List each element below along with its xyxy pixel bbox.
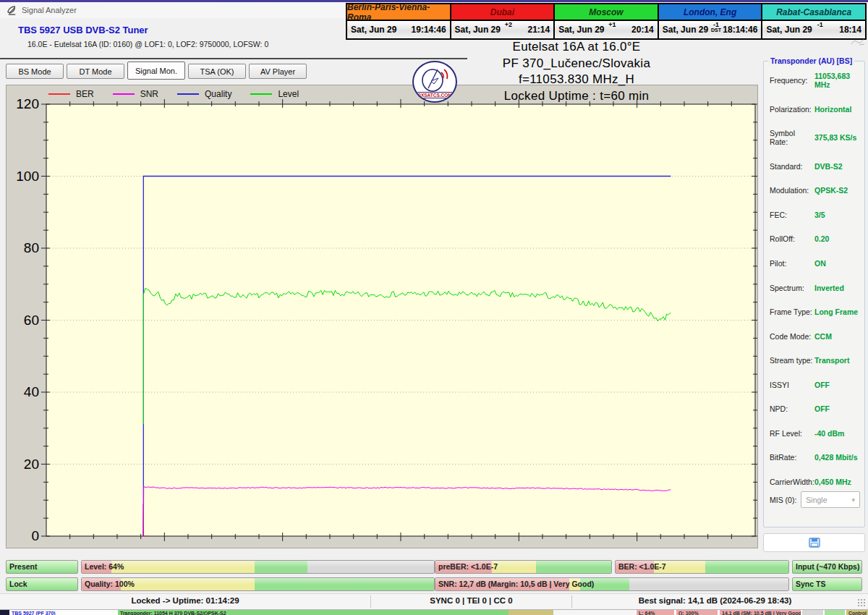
clock-time: 19:14:46 [412, 25, 446, 35]
meter-segment-yellow [492, 561, 536, 573]
signal-analyzer-window: Signal Analyzer TBS 5927 USB DVB-S2 Tune… [0, 0, 868, 615]
clock-city-label: Rabat-Casablanca [762, 4, 865, 21]
clock-date: Sat, Jun 29 [663, 25, 708, 35]
clock-city-label: London, Eng [659, 4, 762, 21]
transponder-row-value: 0.20 [814, 234, 829, 243]
satellite-dish-icon [7, 5, 17, 16]
tuner-name: TBS 5927 USB DVB-S2 Tuner [18, 25, 148, 35]
status-meter-label: Lock [9, 580, 27, 588]
background-window-fragment: Transponder: 11054 H 370 DVB-S2/QPSK-S2 [118, 610, 509, 615]
ber-meter: BER: <1.0E-7 [615, 560, 789, 574]
satellite-header: Eutelsat 16A at 16.0°E PF 370_Lučenec/Sl… [457, 39, 696, 104]
transponder-row: FEC: 3/5 [770, 211, 861, 219]
resize-grip[interactable] [857, 598, 867, 608]
tab-tsa-ok[interactable]: TSA (OK) [188, 64, 246, 79]
transponder-row: CarrierWidth: 0,450 MHz [770, 478, 861, 486]
background-window-fragment [509, 610, 553, 615]
mis-selected-value: Single [806, 496, 827, 504]
clock-city-label: Dubai [451, 4, 554, 21]
statusbar-sync-counters: SYNC 0 | TEI 0 | CC 0 [371, 596, 571, 605]
present-indicator: Present [6, 560, 78, 574]
watermark-icon [851, 36, 865, 46]
status-meter-label: BER: <1.0E-7 [618, 562, 666, 571]
transponder-row-value: Horizontal [814, 105, 851, 114]
world-clock-cell: London, Eng Sat, Jun 29 -1DST 18:14:46 [659, 4, 763, 38]
input-indicator: Input (~470 Kbps) [792, 560, 862, 574]
preber-meter: preBER: <1.0E-7 [435, 560, 612, 574]
transponder-row-value: 11053,683 MHz [814, 72, 861, 89]
transponder-row-label: Code Mode: [770, 332, 814, 341]
background-window-fragment: 14,1 dB (SM: 10,5 dB | Very Good) [720, 610, 801, 615]
transponder-row-label: ISSYI [770, 381, 814, 389]
meter-segment-green [705, 561, 788, 573]
mis-select[interactable]: Single ▾ [801, 491, 860, 508]
transponder-row-value: -40 dBm [814, 429, 844, 438]
meter-segment-green [536, 561, 611, 573]
background-window-sliver: TBS 5927 (PF 370)Transponder: 11054 H 37… [0, 609, 868, 615]
tab-av-player[interactable]: AV Player [249, 64, 307, 79]
meter-segment-gray [629, 578, 788, 590]
statusbar-best-signal: Best signal: 14,1 dB (2024-06-29 18:43) [572, 596, 858, 605]
clock-date: Sat, Jun 29 [766, 25, 812, 35]
world-clock-cell: Moscow Sat, Jun 29 +1 20:14 [555, 4, 659, 38]
tab-signal-mon[interactable]: Signal Mon. [127, 62, 185, 80]
frequency-line: f=11053.830 MHz_H [457, 72, 696, 88]
transponder-row-label: Frame Type: [770, 308, 814, 316]
transponder-row-value: CCM [814, 332, 832, 341]
transponder-row-label: Symbol Rate: [770, 129, 814, 146]
clock-date: Sat, Jun 29 [351, 25, 396, 35]
status-meter-label: Quality: 100% [85, 580, 135, 588]
world-clock-cell: Dubai Sat, Jun 29 +2 21:14 [451, 4, 556, 38]
world-clock-cell: Berlin-Paris-Vienna-Roma Sat, Jun 29 19:… [347, 4, 451, 38]
transponder-row-value: Inverted [814, 284, 844, 292]
transponder-row: Spectrum: Inverted [770, 284, 861, 292]
status-meter-label: Input (~470 Kbps) [796, 562, 859, 571]
clock-time: 18:14:46 [723, 25, 757, 35]
transponder-row-label: RollOff: [770, 234, 814, 243]
dxsatcs-logo: DXSATCS.COM [412, 61, 457, 103]
transponder-panel-title: Transponder (AU) [BS] [768, 56, 854, 65]
transponder-row-value: Transport [814, 356, 849, 365]
clock-utc-offset: -1DST [711, 22, 721, 33]
transponder-row-value: ON [814, 259, 826, 268]
snr-meter: SNR: 12,7 dB (Margin: 10,5 dB | Very Goo… [435, 577, 789, 591]
status-meter-label: Present [9, 562, 38, 571]
lock-indicator: Lock [6, 577, 78, 591]
background-window-fragment: Control [846, 610, 868, 615]
transponder-row-label: CarrierWidth: [770, 478, 814, 486]
tab-bs-mode[interactable]: BS Mode [6, 64, 64, 79]
transponder-row: NPD: OFF [770, 404, 861, 413]
transponder-row: Standard: DVB-S2 [770, 162, 861, 171]
transponder-row-label: NPD: [770, 404, 814, 413]
clock-utc-offset: +2 [505, 22, 512, 27]
clock-utc-offset: +1 [608, 22, 616, 27]
save-button[interactable] [763, 533, 865, 552]
background-window-fragment [825, 610, 845, 615]
transponder-row-value: QPSK-S2 [814, 186, 848, 195]
tab-dt-mode[interactable]: DT Mode [67, 64, 124, 79]
transponder-row: ISSYI OFF [770, 381, 861, 389]
transponder-row-label: BitRate: [770, 453, 814, 462]
meter-segment-yellow [111, 561, 254, 573]
transponder-row-label: FEC: [770, 211, 814, 219]
status-meter-label: Level: 64% [85, 562, 124, 571]
meter-segment-green [255, 578, 434, 590]
satellite-position-line: Eutelsat 16A at 16.0°E [457, 39, 696, 56]
status-meter-label: preBER: <1.0E-7 [438, 562, 498, 571]
transponder-row-value: OFF [814, 381, 830, 389]
transponder-panel: Transponder (AU) [BS] Frequency: 11053,6… [763, 61, 865, 527]
transponder-row-value: Long Frame [814, 308, 858, 316]
transponder-row-value: 375,83 KS/s [814, 133, 856, 142]
status-meter-label: SNR: 12,7 dB (Margin: 10,5 dB | Very Goo… [438, 580, 594, 588]
tuner-info: 16.0E - Eutelsat 16A (ID: 0160) @ LOF1: … [27, 40, 268, 48]
clock-city-label: Berlin-Paris-Vienna-Roma [347, 4, 450, 21]
statusbar: Locked -> Uptime: 01:14:29 SYNC 0 | TEI … [0, 593, 868, 610]
transponder-row-value: 0,428 Mbit/s [814, 453, 858, 462]
clock-date: Sat, Jun 29 [558, 25, 604, 35]
transponder-row-label: Pilot: [770, 259, 814, 268]
clock-date: Sat, Jun 29 [455, 25, 501, 35]
meter-segment-gray [307, 561, 434, 573]
statusbar-uptime: Locked -> Uptime: 01:14:29 [0, 596, 370, 605]
clock-utc-offset: -1 [817, 22, 823, 27]
clock-time: 20:14 [631, 25, 654, 35]
